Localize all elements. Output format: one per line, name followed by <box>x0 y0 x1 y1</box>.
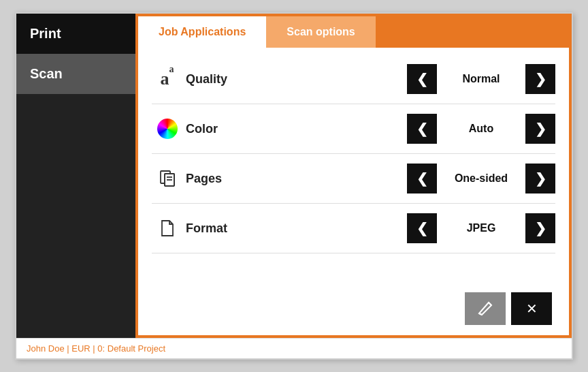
setting-row-color: Color ❮ Auto ❯ <box>152 104 555 154</box>
format-prev-button[interactable]: ❮ <box>407 213 437 243</box>
color-controls: ❮ Auto ❯ <box>407 114 555 144</box>
format-next-button[interactable]: ❯ <box>525 213 555 243</box>
main-container: Print Scan Job Applications Scan options <box>15 12 573 360</box>
settings-list: aa Quality ❮ Normal ❯ <box>152 55 555 253</box>
tabs-bar: Job Applications Scan options <box>138 16 569 48</box>
pages-prev-button[interactable]: ❮ <box>407 164 437 193</box>
close-button[interactable]: ✕ <box>511 292 552 325</box>
format-controls: ❮ JPEG ❯ <box>407 213 555 243</box>
svg-line-5 <box>489 303 491 305</box>
sidebar-item-scan[interactable]: Scan <box>16 54 135 94</box>
setting-row-format: Format ❮ JPEG ❯ <box>152 204 555 253</box>
sidebar-label-print: Print <box>30 26 61 41</box>
color-icon <box>152 119 182 139</box>
close-icon: ✕ <box>526 300 538 317</box>
pages-next-button[interactable]: ❯ <box>525 164 555 193</box>
pages-label: Pages <box>182 172 407 186</box>
sidebar: Print Scan <box>16 14 135 338</box>
pages-controls: ❮ One-sided ❯ <box>407 164 555 193</box>
pages-value: One-sided <box>437 172 525 185</box>
setting-row-pages: Pages ❮ One-sided ❯ <box>152 154 555 204</box>
quality-label: Quality <box>182 72 407 87</box>
pencil-icon <box>476 300 494 317</box>
svg-line-6 <box>479 313 482 315</box>
content-area: Job Applications Scan options aa Quality <box>135 14 572 338</box>
color-label: Color <box>182 122 407 136</box>
setting-row-quality: aa Quality ❮ Normal ❯ <box>152 55 555 104</box>
bottom-actions: ✕ <box>152 285 555 328</box>
quality-prev-button[interactable]: ❮ <box>407 64 437 94</box>
sidebar-label-scan: Scan <box>30 66 63 81</box>
scan-options-panel: aa Quality ❮ Normal ❯ <box>138 48 569 335</box>
color-prev-button[interactable]: ❮ <box>407 114 437 144</box>
footer-text: John Doe | EUR | 0: Default Project <box>27 343 165 354</box>
format-value: JPEG <box>437 222 525 234</box>
quality-next-button[interactable]: ❯ <box>525 64 555 94</box>
tab-job-applications[interactable]: Job Applications <box>138 16 266 48</box>
quality-controls: ❮ Normal ❯ <box>407 64 555 94</box>
sidebar-item-print[interactable]: Print <box>16 14 135 54</box>
quality-icon: aa <box>152 69 182 89</box>
color-value: Auto <box>437 123 525 135</box>
top-area: Print Scan Job Applications Scan options <box>16 14 572 338</box>
format-label: Format <box>182 221 407 236</box>
tab-scan-options[interactable]: Scan options <box>266 16 375 48</box>
footer-bar: John Doe | EUR | 0: Default Project <box>16 338 572 358</box>
edit-button[interactable] <box>465 292 506 325</box>
quality-value: Normal <box>437 73 525 85</box>
format-icon <box>152 219 182 237</box>
pages-icon <box>152 169 182 188</box>
color-next-button[interactable]: ❯ <box>525 114 555 144</box>
